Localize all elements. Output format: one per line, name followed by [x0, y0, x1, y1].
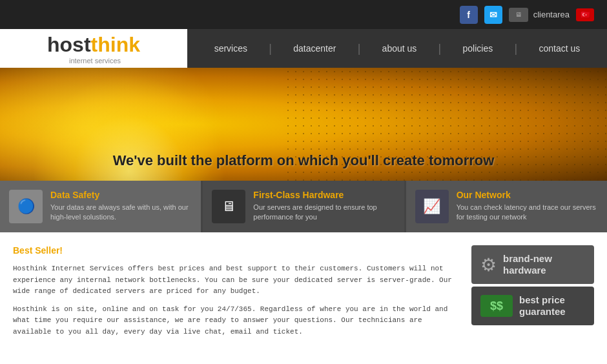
nav-about-us[interactable]: about us [376, 38, 424, 59]
hero-text: We've built the platform on which you'll… [113, 152, 495, 169]
feature-network-desc: You can check latency and trace our serv… [457, 203, 598, 223]
content-paragraph-2: Hosthink is on site, online and on task … [13, 304, 458, 338]
nav-sep-4: | [515, 42, 518, 56]
flag-icon[interactable]: 🇹🇷 [576, 8, 594, 21]
feature-hardware-title: First-Class Hardware [253, 190, 395, 200]
content-area: Best Seller! Hosthink Internet Services … [13, 245, 458, 345]
sidebar-price-line1: best price [519, 294, 566, 306]
nav-sep-2: | [358, 42, 361, 56]
feature-data-safety-desc: Your datas are always safe with us, with… [50, 203, 192, 223]
sidebar-hardware-line2: hardware [503, 265, 552, 276]
sidebar-hardware-card[interactable]: ⚙ brand-new hardware [471, 245, 594, 284]
logo-subtitle: internet services [50, 57, 140, 65]
network-icon: 📈 [415, 190, 449, 223]
client-icon: 🖥 [509, 8, 528, 22]
header: hostthink internet services services | d… [0, 29, 607, 68]
feature-data-safety[interactable]: 🔵 Data Safety Your datas are always safe… [0, 181, 201, 232]
client-area[interactable]: 🖥 clientarea [509, 8, 570, 22]
top-bar: f ✉ 🖥 clientarea 🇹🇷 [0, 0, 607, 29]
sidebar-price-card[interactable]: $$ best price guarantee [471, 287, 594, 325]
features-section: 🔵 Data Safety Your datas are always safe… [0, 181, 607, 232]
sidebar-hardware-line1: brand-new [503, 253, 552, 265]
sidebar-price-label: best price guarantee [519, 294, 566, 318]
data-safety-icon: 🔵 [9, 190, 43, 223]
sidebar-hardware-label: brand-new hardware [503, 253, 552, 276]
feature-data-safety-content: Data Safety Your datas are always safe w… [50, 190, 192, 223]
logo-think: think [91, 33, 140, 56]
main-content: Best Seller! Hosthink Internet Services … [0, 232, 607, 358]
nav-contact-us[interactable]: contact us [532, 38, 586, 59]
sidebar-money-icon: $$ [480, 295, 513, 317]
feature-hardware-desc: Our servers are designed to ensure top p… [253, 203, 395, 223]
feature-network-title: Our Network [457, 190, 598, 200]
logo-host: host [47, 33, 91, 56]
sidebar-price-line2: guarantee [519, 306, 566, 318]
hero-banner: We've built the platform on which you'll… [0, 68, 607, 181]
twitter-icon[interactable]: ✉ [484, 6, 502, 24]
nav-policies[interactable]: policies [457, 38, 500, 59]
feature-network-content: Our Network You can check latency and tr… [457, 190, 598, 223]
nav-datacenter[interactable]: datacenter [287, 38, 342, 59]
facebook-icon[interactable]: f [460, 6, 478, 24]
nav: services | datacenter | about us | polic… [187, 29, 607, 68]
nav-sep-3: | [438, 42, 442, 56]
feature-hardware-content: First-Class Hardware Our servers are des… [253, 190, 395, 223]
feature-data-safety-title: Data Safety [50, 190, 192, 200]
content-paragraph-1: Hosthink Internet Services offers best p… [13, 263, 458, 298]
hardware-icon: 🖥 [212, 190, 245, 223]
feature-hardware[interactable]: 🖥 First-Class Hardware Our servers are d… [203, 181, 404, 232]
sidebar: ⚙ brand-new hardware $$ best price guara… [471, 245, 594, 345]
nav-sep-1: | [269, 42, 272, 56]
feature-network[interactable]: 📈 Our Network You can check latency and … [406, 181, 607, 232]
logo: hostthink [47, 33, 140, 57]
client-area-label: clientarea [533, 10, 570, 19]
logo-area: hostthink internet services [0, 29, 187, 68]
sidebar-gear-icon: ⚙ [480, 254, 497, 276]
nav-services[interactable]: services [208, 38, 254, 59]
best-seller-label: Best Seller! [13, 245, 458, 256]
